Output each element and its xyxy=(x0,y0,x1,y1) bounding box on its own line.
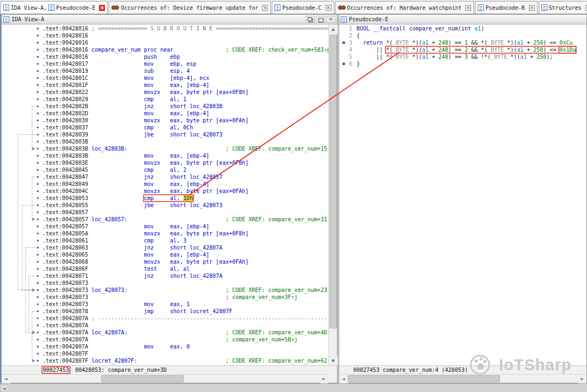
desktop-tab[interactable]: IDA View-A,Pseudocode-E× xyxy=(1,1,108,14)
asm-line[interactable]: .text:0042806F test al, al xyxy=(42,265,328,272)
annotation-box-cmp-instruction: cmp al, 1Dh xyxy=(144,195,193,201)
asm-line[interactable]: .text:00428073 mov eax, 1 xyxy=(42,301,328,308)
desktop-tab[interactable]: Pseudocode-B× xyxy=(475,1,537,14)
tab-close-icon[interactable]: × xyxy=(465,5,471,11)
asm-line[interactable]: .text:00428016 ; =============== S U B R… xyxy=(42,25,328,32)
asm-line[interactable]: .text:00428057 xyxy=(42,209,328,216)
asm-line[interactable]: .text:0042807A loc_42807A: ; CODE XREF: … xyxy=(42,329,328,336)
disassembly-view[interactable]: .text:00428016 ; =============== S U B R… xyxy=(2,25,328,365)
asm-line[interactable]: .text:0042803B loc_42803B: ; CODE XREF: … xyxy=(42,145,328,152)
pseudocode-line[interactable]: 5 || *(_BYTE *)(a1 + 248) == 3 && !*(_BY… xyxy=(341,53,586,60)
asm-line[interactable]: .text:00428016 push ebp xyxy=(42,53,328,60)
asm-line[interactable]: .text:0042807A ; compare_ver_num+5B↑j xyxy=(42,336,328,343)
pseudocode-line[interactable]: 2{ xyxy=(341,32,586,39)
scroll-up-icon[interactable]: ▲ xyxy=(329,25,338,34)
pseudocode-titlebar[interactable]: Pseudocode-E xyxy=(339,15,586,24)
asm-line[interactable]: .text:00428071 jnz short loc_42807A xyxy=(42,272,328,279)
asm-line[interactable]: .text:00428053 cmp al, 1Dh xyxy=(42,195,328,202)
asm-line[interactable]: .text:0042801F mov eax, [ebp-4] xyxy=(42,82,328,89)
asm-line[interactable]: .text:00428030 movzx eax, byte ptr [eax+… xyxy=(42,117,328,124)
scroll-right-icon[interactable]: ► xyxy=(578,375,586,383)
pseudocode-line[interactable]: 1BOOL __fastcall compare_ver_num(int a1) xyxy=(341,25,586,32)
scroll-left-icon[interactable]: ◄ xyxy=(339,375,348,383)
maximize-button[interactable] xyxy=(316,16,325,23)
horizontal-scroll-thumb[interactable] xyxy=(348,375,500,382)
line-number: 1 xyxy=(341,25,352,32)
highlighted-operand: 1Dh xyxy=(183,195,193,201)
asm-line[interactable]: .text:00428029 cmp al, 1 xyxy=(42,96,328,103)
asm-line[interactable]: .text:0042807A ; -----------------------… xyxy=(42,315,328,322)
structures-icon xyxy=(541,4,547,11)
desktop-tab[interactable]: Occurrences of: Device firmware update f… xyxy=(109,1,271,14)
asm-listing[interactable]: .text:00428016 ; =============== S U B R… xyxy=(42,25,328,364)
float-button[interactable] xyxy=(305,16,315,23)
vertical-scroll-thumb[interactable] xyxy=(329,35,337,328)
asm-line[interactable]: .text:0042804C movzx eax, byte ptr [eax+… xyxy=(42,188,328,195)
asm-line[interactable]: .text:00428063 jnz short loc_42807A xyxy=(42,244,328,251)
asm-line[interactable]: .text:0042807A mov eax, 0 xyxy=(42,343,328,350)
asm-line[interactable]: .text:00428019 sub esp, 4 xyxy=(42,67,328,74)
asm-line[interactable]: .text:00428017 mov ebp, esp xyxy=(42,60,328,67)
tab-label: Pseudocode-E xyxy=(56,5,95,11)
scroll-down-icon[interactable]: ▼ xyxy=(329,357,338,365)
asm-line[interactable]: .text:00428061 cmp al, 3 xyxy=(42,237,328,244)
pseudocode-title: Pseudocode-E xyxy=(349,16,388,22)
asm-line[interactable]: .text:00428055 jbe short loc_428073 xyxy=(42,202,328,209)
asm-line[interactable]: .text:00428078 jmp short locret_42807F xyxy=(42,308,328,315)
horizontal-scrollbar[interactable]: ◄ ► xyxy=(339,374,586,383)
pseudocode-listing[interactable]: 1BOOL __fastcall compare_ver_num(int a1)… xyxy=(339,25,586,365)
asm-line[interactable]: .text:00428039 jbe short loc_428073 xyxy=(42,131,328,138)
asm-line[interactable]: .text:0042807F xyxy=(42,350,328,357)
desktop-tab[interactable]: Structures× xyxy=(539,1,587,14)
asm-line[interactable]: .text:00428065 mov eax, [ebp-4] xyxy=(42,251,328,258)
tab-close-icon[interactable]: × xyxy=(529,5,535,11)
tab-close-icon[interactable]: × xyxy=(262,5,268,11)
tab-label: Pseudocode-C xyxy=(282,5,321,11)
horizontal-scroll-thumb[interactable] xyxy=(101,375,184,382)
asm-line[interactable]: .text:0042802D mov eax, [ebp-4] xyxy=(42,110,328,117)
ida-view-titlebar[interactable]: IDA View-A × xyxy=(2,15,337,24)
asm-line[interactable]: .text:00428016 xyxy=(42,32,328,39)
occurrences-icon xyxy=(111,5,119,11)
asm-line[interactable]: .text:00428068 movzx eax, byte ptr [eax+… xyxy=(42,258,328,265)
asm-line[interactable]: .text:00428037 cmp al, 0Ch xyxy=(42,124,328,131)
asm-line[interactable]: .text:0042801C mov [ebp-4], ecx xyxy=(42,74,328,82)
ida-view-icon xyxy=(3,4,9,11)
asm-line[interactable]: .text:0042803B xyxy=(42,138,328,145)
line-number: 5 xyxy=(341,53,352,60)
asm-line[interactable]: .text:00428016 xyxy=(42,39,328,46)
tab-close-icon[interactable]: × xyxy=(99,5,105,11)
pseudocode-line[interactable]: 4 || *(_BYTE *)(a1 + 248) == 2 && *(_BYT… xyxy=(341,46,586,53)
desktop-tab[interactable]: Pseudocode-C× xyxy=(272,1,334,14)
vertical-scrollbar[interactable]: ▲ ▼ xyxy=(328,25,337,365)
asm-line[interactable]: .text:0042805A movzx eax, byte ptr [eax+… xyxy=(42,230,328,237)
asm-line[interactable]: .text:00428057 mov eax, [ebp-4] xyxy=(42,223,328,230)
scroll-right-icon[interactable]: ► xyxy=(320,375,328,383)
tab-close-icon[interactable]: × xyxy=(326,5,332,11)
scroll-left-icon[interactable]: ◄ xyxy=(2,375,10,383)
tab-label: Structures xyxy=(549,5,582,11)
asm-line[interactable]: .text:0042807F locret_42807F: ; CODE XRE… xyxy=(42,357,328,364)
close-button[interactable]: × xyxy=(326,16,335,23)
asm-line[interactable]: .text:00428047 jnz short loc_428057 xyxy=(42,173,328,181)
asm-line[interactable]: .text:0042802B jnz short loc_42803B xyxy=(42,103,328,110)
tab-label: IDA View-A, xyxy=(11,5,47,11)
asm-line[interactable]: .text:00428057 loc_428057: ; CODE XREF: … xyxy=(42,216,328,223)
asm-line[interactable]: .text:00428073 ; compare_ver_num+3F↑j xyxy=(42,294,328,301)
pseudocode-icon xyxy=(341,16,347,23)
scroll-left-icon[interactable]: ◄ xyxy=(1,384,8,392)
desktop-tab[interactable]: Occurrences of: Hardware watchpoint× xyxy=(335,1,474,14)
asm-line[interactable]: .text:0042803E movzx eax, byte ptr [eax+… xyxy=(42,159,328,166)
asm-line[interactable]: .text:00428049 mov eax, [ebp-4] xyxy=(42,181,328,188)
pseudocode-line[interactable]: 3 return *(_BYTE *)(a1 + 248) == 1 && *(… xyxy=(341,39,586,46)
pseudocode-line[interactable]: 6} xyxy=(341,60,586,67)
asm-line[interactable]: .text:00428073 xyxy=(42,279,328,287)
file-offset-value: 00027453 xyxy=(42,367,70,373)
asm-line[interactable]: .text:00428045 cmp al, 2 xyxy=(42,166,328,173)
horizontal-scrollbar[interactable]: ◄ ► xyxy=(2,374,328,383)
asm-line[interactable]: .text:00428022 movzx eax, byte ptr [eax+… xyxy=(42,89,328,96)
asm-line[interactable]: .text:00428073 loc_428073: ; CODE XREF: … xyxy=(42,287,328,294)
asm-line[interactable]: .text:0042807A xyxy=(42,322,328,329)
asm-line[interactable]: .text:0042803B mov eax, [ebp-4] xyxy=(42,152,328,159)
asm-line[interactable]: .text:00428016 compare_ver_num proc near… xyxy=(42,46,328,53)
